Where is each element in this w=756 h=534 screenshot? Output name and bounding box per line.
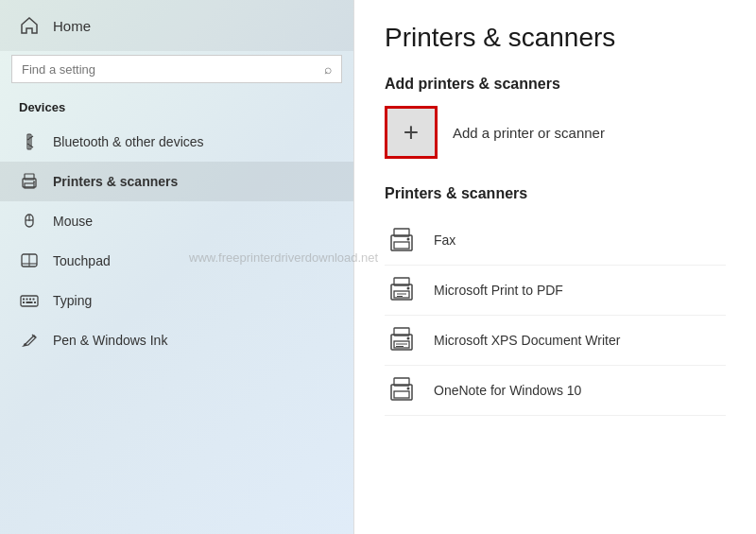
- svg-point-39: [407, 388, 410, 390]
- pdf-name: Microsoft Print to PDF: [434, 283, 563, 298]
- printer-item-xps[interactable]: Microsoft XPS Document Writer: [385, 316, 726, 366]
- svg-point-29: [407, 287, 410, 290]
- svg-rect-13: [26, 299, 28, 301]
- svg-rect-18: [34, 301, 36, 303]
- home-label: Home: [53, 18, 91, 34]
- sidebar-item-touchpad[interactable]: Touchpad: [0, 241, 353, 281]
- keyboard-icon: [19, 290, 40, 311]
- xps-printer-icon: [385, 323, 419, 357]
- sidebar: Home ⌕ Devices Bluetooth & other devices: [0, 0, 354, 534]
- svg-rect-17: [26, 301, 33, 303]
- printer-icon: [19, 171, 40, 192]
- sidebar-item-printers[interactable]: Printers & scanners: [0, 162, 353, 201]
- printer-item-pdf[interactable]: Microsoft Print to PDF: [385, 266, 726, 316]
- svg-rect-12: [23, 299, 25, 301]
- mouse-label: Mouse: [53, 214, 93, 229]
- onenote-name: OneNote for Windows 10: [434, 383, 581, 398]
- svg-rect-14: [29, 299, 31, 301]
- typing-label: Typing: [53, 293, 92, 308]
- svg-rect-22: [394, 242, 409, 249]
- fax-name: Fax: [434, 233, 455, 248]
- bluetooth-label: Bluetooth & other devices: [53, 134, 204, 149]
- sidebar-home-item[interactable]: Home: [0, 0, 353, 51]
- printers-label: Printers & scanners: [53, 174, 178, 189]
- add-section-title: Add printers & scanners: [385, 76, 726, 93]
- devices-section-title: Devices: [0, 95, 353, 122]
- svg-rect-11: [21, 296, 38, 306]
- pen-label: Pen & Windows Ink: [53, 333, 167, 348]
- add-printer-button[interactable]: +: [385, 106, 438, 159]
- svg-point-4: [33, 181, 35, 183]
- printer-item-fax[interactable]: Fax: [385, 215, 726, 266]
- sidebar-item-pen[interactable]: Pen & Windows Ink: [0, 320, 353, 360]
- pdf-printer-icon: [385, 273, 419, 307]
- add-printer-row: + Add a printer or scanner: [385, 106, 726, 159]
- home-icon: [19, 15, 40, 36]
- svg-point-35: [407, 337, 410, 340]
- sidebar-nav: Bluetooth & other devices Printers & sca…: [0, 122, 353, 360]
- xps-name: Microsoft XPS Document Writer: [434, 333, 620, 348]
- touchpad-label: Touchpad: [53, 253, 111, 268]
- sidebar-item-mouse[interactable]: Mouse: [0, 201, 353, 241]
- search-icon: ⌕: [324, 61, 332, 77]
- sidebar-item-typing[interactable]: Typing: [0, 281, 353, 320]
- search-box[interactable]: ⌕: [11, 55, 342, 83]
- mouse-icon: [19, 211, 40, 232]
- main-content: Printers & scanners Add printers & scann…: [354, 0, 756, 534]
- svg-rect-16: [23, 301, 25, 303]
- svg-point-23: [407, 238, 410, 241]
- svg-rect-38: [394, 391, 409, 398]
- onenote-printer-icon: [385, 373, 419, 407]
- page-title: Printers & scanners: [385, 23, 726, 53]
- pen-icon: [19, 330, 40, 351]
- printer-item-onenote[interactable]: OneNote for Windows 10: [385, 366, 726, 416]
- fax-icon: [385, 223, 419, 257]
- bluetooth-icon: [19, 131, 40, 152]
- search-input[interactable]: [22, 62, 317, 77]
- printers-section-title: Printers & scanners: [385, 185, 726, 202]
- svg-rect-15: [33, 299, 35, 301]
- add-printer-label: Add a printer or scanner: [453, 125, 605, 141]
- add-icon: +: [404, 117, 419, 147]
- sidebar-item-bluetooth[interactable]: Bluetooth & other devices: [0, 122, 353, 162]
- touchpad-icon: [19, 250, 40, 271]
